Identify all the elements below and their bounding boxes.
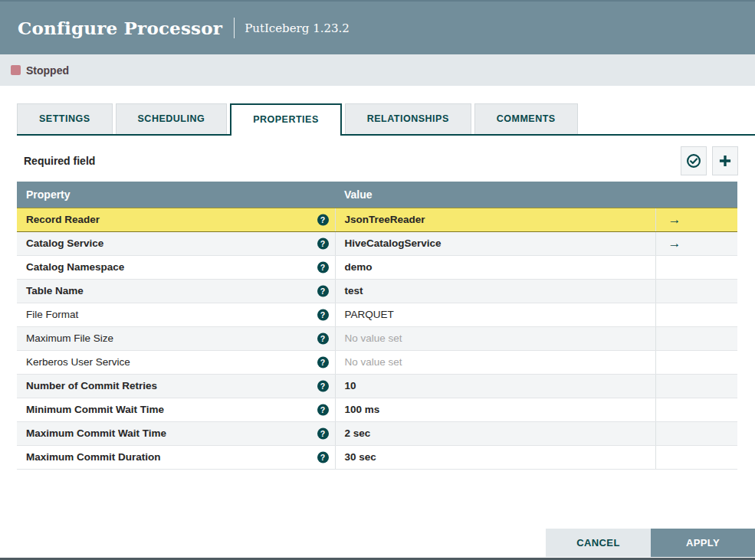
property-value-cell[interactable]: test	[335, 279, 655, 303]
property-name: Number of Commit Retries	[26, 380, 157, 391]
property-action-cell	[655, 374, 737, 398]
property-name: Catalog Service	[26, 237, 103, 249]
property-name: Record Reader	[26, 214, 100, 225]
help-icon[interactable]: ?	[317, 427, 329, 439]
properties-toolbar: Required field	[17, 146, 738, 175]
property-name-cell: Table Name?	[17, 279, 335, 303]
column-header-value: Value	[335, 182, 737, 208]
stopped-square-icon	[11, 65, 21, 75]
help-icon[interactable]: ?	[317, 261, 329, 273]
property-value: test	[345, 285, 363, 296]
property-row: Number of Commit Retries?10	[17, 374, 737, 398]
property-action-cell	[655, 326, 737, 350]
property-name-cell: File Format?	[17, 303, 335, 326]
status-label: Stopped	[26, 64, 69, 77]
property-value: 2 sec	[345, 427, 371, 439]
column-header-property: Property	[17, 182, 335, 208]
property-value: No value set	[345, 332, 402, 344]
dialog-footer: CANCEL APPLY	[546, 529, 755, 557]
properties-table: Property Value Record Reader?JsonTreeRea…	[17, 182, 737, 470]
property-action-cell	[655, 445, 737, 469]
property-name-cell: Maximum Commit Duration?	[17, 445, 335, 469]
help-icon[interactable]: ?	[317, 214, 329, 225]
goto-service-arrow-icon[interactable]: →	[668, 236, 681, 251]
property-name-cell: Maximum Commit Wait Time?	[17, 421, 335, 445]
property-value-cell[interactable]: demo	[335, 255, 655, 279]
property-row: Maximum Commit Duration?30 sec	[17, 445, 737, 469]
property-name: Table Name	[26, 285, 84, 296]
property-action-cell	[655, 398, 737, 421]
property-value-cell[interactable]: PARQUET	[335, 303, 655, 326]
property-value: JsonTreeReader	[345, 214, 425, 225]
cancel-button[interactable]: CANCEL	[546, 529, 651, 557]
property-name-cell: Catalog Service?	[17, 231, 335, 255]
property-value: 10	[345, 380, 356, 391]
property-name: Maximum Commit Duration	[26, 451, 161, 463]
property-value: 100 ms	[345, 404, 380, 415]
table-header-row: Property Value	[17, 182, 737, 208]
property-action-cell	[655, 421, 737, 445]
property-row: Kerberos User Service?No value set	[17, 350, 737, 374]
property-row: Catalog Service?HiveCatalogService→	[17, 231, 737, 255]
property-value-cell[interactable]: 100 ms	[335, 398, 655, 421]
tab-bar: SETTINGSSCHEDULINGPROPERTIESRELATIONSHIP…	[17, 103, 755, 136]
property-value-cell[interactable]: 10	[335, 374, 655, 398]
property-value: PARQUET	[345, 309, 394, 320]
property-name-cell: Record Reader?	[17, 208, 335, 231]
property-action-cell	[655, 303, 737, 326]
property-action-cell: →	[655, 208, 737, 231]
property-action-cell: →	[655, 231, 737, 255]
property-value: No value set	[345, 356, 402, 368]
required-field-label: Required field	[24, 155, 95, 167]
property-name-cell: Kerberos User Service?	[17, 350, 335, 374]
property-name-cell: Minimum Commit Wait Time?	[17, 398, 335, 421]
property-name: Maximum File Size	[26, 332, 113, 344]
property-name: File Format	[26, 309, 78, 320]
property-value-cell[interactable]: No value set	[335, 350, 655, 374]
property-row: Maximum Commit Wait Time?2 sec	[17, 421, 737, 445]
property-value-cell[interactable]: 2 sec	[335, 421, 655, 445]
property-action-cell	[655, 350, 737, 374]
help-icon[interactable]: ?	[317, 451, 329, 463]
dialog-title: Configure Processor	[18, 18, 222, 38]
tab-relationships[interactable]: RELATIONSHIPS	[345, 103, 471, 134]
property-row: File Format?PARQUET	[17, 303, 737, 326]
property-value-cell[interactable]: 30 sec	[335, 445, 655, 469]
help-icon[interactable]: ?	[317, 309, 329, 320]
property-row: Table Name?test	[17, 279, 737, 303]
property-action-cell	[655, 255, 737, 279]
help-icon[interactable]: ?	[317, 285, 329, 296]
processor-type-version: PutIceberg 1.23.2	[245, 21, 350, 35]
title-separator	[234, 18, 235, 38]
toolbar-buttons	[681, 146, 738, 175]
tab-comments[interactable]: COMMENTS	[474, 103, 578, 134]
help-icon[interactable]: ?	[317, 380, 329, 391]
property-name-cell: Number of Commit Retries?	[17, 374, 335, 398]
tab-scheduling[interactable]: SCHEDULING	[116, 103, 228, 134]
property-value-cell[interactable]: JsonTreeReader	[335, 208, 655, 231]
apply-button[interactable]: APPLY	[651, 529, 755, 557]
tab-settings[interactable]: SETTINGS	[17, 103, 113, 134]
property-value: 30 sec	[345, 451, 376, 463]
tab-properties[interactable]: PROPERTIES	[230, 103, 342, 136]
help-icon[interactable]: ?	[317, 356, 329, 368]
help-icon[interactable]: ?	[317, 237, 329, 249]
goto-service-arrow-icon[interactable]: →	[668, 212, 681, 227]
property-name: Catalog Namespace	[26, 261, 124, 273]
verify-properties-button[interactable]	[681, 146, 707, 175]
property-value-cell[interactable]: No value set	[335, 326, 655, 350]
help-icon[interactable]: ?	[317, 404, 329, 415]
add-property-button[interactable]	[712, 146, 738, 175]
status-bar: Stopped	[0, 54, 755, 86]
property-value-cell[interactable]: HiveCatalogService	[335, 231, 655, 255]
property-row: Record Reader?JsonTreeReader→	[17, 208, 737, 231]
property-value: demo	[345, 261, 373, 273]
plus-icon	[717, 153, 733, 169]
help-icon[interactable]: ?	[317, 332, 329, 344]
property-value: HiveCatalogService	[345, 237, 442, 249]
property-name: Kerberos User Service	[26, 356, 130, 368]
property-row: Maximum File Size?No value set	[17, 326, 737, 350]
property-name-cell: Catalog Namespace?	[17, 255, 335, 279]
property-name: Minimum Commit Wait Time	[26, 404, 164, 415]
property-name: Maximum Commit Wait Time	[26, 427, 166, 439]
